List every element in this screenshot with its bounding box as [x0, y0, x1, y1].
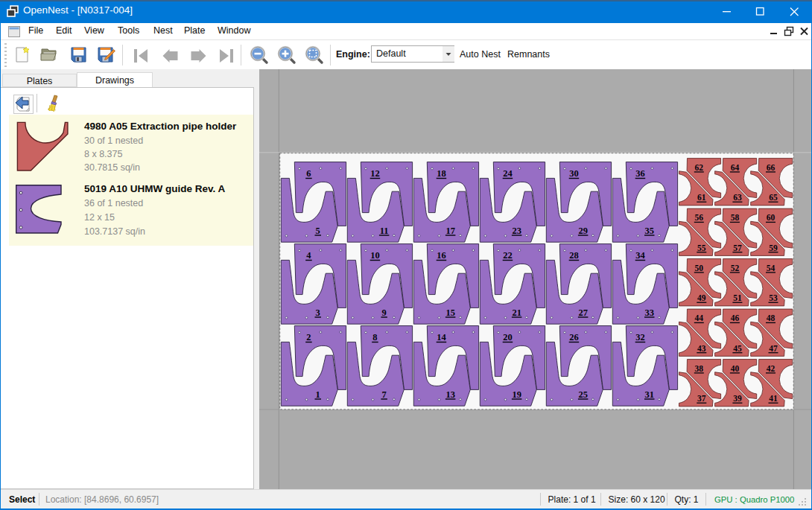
- svg-text:37: 37: [697, 394, 706, 403]
- svg-text:55: 55: [697, 243, 706, 252]
- svg-text:38: 38: [694, 364, 703, 373]
- svg-text:66: 66: [766, 163, 775, 172]
- svg-text:30: 30: [569, 169, 578, 179]
- svg-text:65: 65: [769, 193, 778, 202]
- svg-text:26: 26: [569, 333, 578, 343]
- svg-text:12: 12: [370, 169, 379, 179]
- svg-text:61: 61: [697, 193, 706, 202]
- svg-text:1: 1: [315, 389, 320, 400]
- svg-text:3: 3: [315, 307, 320, 318]
- svg-text:49: 49: [697, 293, 706, 302]
- svg-text:15: 15: [445, 307, 454, 318]
- svg-text:19: 19: [512, 389, 521, 400]
- svg-text:18: 18: [437, 169, 445, 179]
- svg-text:7: 7: [381, 389, 386, 400]
- svg-text:56: 56: [694, 214, 703, 223]
- svg-text:13: 13: [445, 389, 454, 400]
- svg-text:64: 64: [730, 163, 739, 172]
- svg-text:6: 6: [306, 169, 311, 179]
- svg-text:39: 39: [733, 394, 742, 403]
- svg-text:27: 27: [578, 307, 587, 318]
- svg-text:41: 41: [769, 394, 778, 403]
- svg-text:42: 42: [766, 364, 775, 373]
- svg-text:32: 32: [635, 333, 644, 343]
- svg-text:8: 8: [372, 333, 377, 343]
- svg-text:11: 11: [379, 226, 388, 236]
- svg-text:9: 9: [381, 307, 386, 318]
- svg-text:63: 63: [733, 193, 742, 202]
- svg-text:36: 36: [635, 169, 644, 179]
- svg-text:4: 4: [306, 251, 311, 261]
- svg-text:34: 34: [635, 251, 645, 261]
- svg-text:5: 5: [315, 226, 320, 236]
- svg-text:31: 31: [644, 389, 653, 400]
- svg-text:16: 16: [437, 251, 445, 261]
- svg-text:60: 60: [766, 214, 775, 223]
- svg-text:23: 23: [512, 226, 521, 236]
- svg-text:44: 44: [694, 314, 703, 323]
- svg-text:53: 53: [769, 293, 778, 302]
- svg-text:10: 10: [370, 251, 379, 261]
- svg-text:25: 25: [578, 389, 587, 400]
- svg-text:57: 57: [733, 243, 742, 252]
- svg-text:48: 48: [766, 314, 775, 323]
- svg-text:21: 21: [512, 307, 521, 318]
- svg-text:33: 33: [644, 307, 653, 318]
- svg-text:50: 50: [694, 264, 703, 272]
- svg-text:29: 29: [578, 226, 587, 236]
- svg-text:59: 59: [769, 243, 778, 252]
- svg-text:58: 58: [730, 214, 739, 223]
- svg-text:24: 24: [503, 169, 513, 179]
- svg-text:40: 40: [730, 364, 739, 373]
- svg-text:45: 45: [733, 344, 742, 353]
- svg-text:52: 52: [730, 264, 739, 272]
- svg-text:54: 54: [766, 264, 775, 272]
- svg-text:28: 28: [569, 251, 578, 261]
- svg-text:47: 47: [769, 344, 778, 353]
- svg-text:35: 35: [644, 226, 653, 236]
- svg-text:14: 14: [437, 333, 446, 343]
- svg-text:17: 17: [445, 226, 454, 236]
- svg-text:62: 62: [694, 163, 703, 172]
- svg-text:51: 51: [733, 293, 742, 302]
- svg-text:22: 22: [503, 251, 512, 261]
- svg-text:20: 20: [503, 333, 512, 343]
- svg-text:2: 2: [306, 333, 311, 343]
- svg-text:46: 46: [730, 314, 739, 323]
- svg-text:43: 43: [697, 344, 706, 353]
